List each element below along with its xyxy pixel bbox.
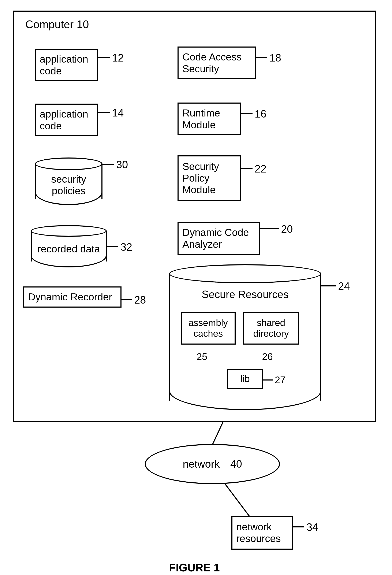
ref-30: 30 [116,159,128,171]
network-label: network [183,458,220,470]
lead-22 [241,168,253,169]
ref-16: 16 [255,108,266,120]
ref-14: 14 [112,107,124,119]
code-access-security-box: Code Access Security [178,47,256,79]
ref-24: 24 [338,280,350,292]
ref-25: 25 [197,351,207,362]
network-ellipse: network 40 [145,444,280,484]
lead-12 [98,57,110,58]
lead-24 [321,285,336,287]
connector-computer-network [211,421,224,446]
application-code-14-box: application code [35,104,98,136]
ref-34: 34 [306,521,318,533]
lead-27 [263,380,273,381]
lead-18 [256,57,267,58]
assembly-caches-box: assembly caches [181,312,236,345]
recorded-data-cylinder: recorded data [31,225,107,267]
ref-18: 18 [269,52,281,64]
ref-12: 12 [112,52,124,64]
computer-title: Computer 10 [25,18,89,31]
ref-26: 26 [262,351,273,362]
computer-frame: Computer 10 application code 12 applicat… [13,11,376,422]
security-policies-label: security policies [35,173,102,197]
diagram-page: Computer 10 application code 12 applicat… [0,0,392,575]
connector-network-resources [224,483,252,519]
security-policy-module-box: Security Policy Module [178,155,241,201]
lead-20 [260,228,279,229]
figure-caption: FIGURE 1 [169,561,220,574]
network-resources-box: network resources [231,516,293,550]
lib-box: lib [227,369,263,389]
runtime-module-box: Runtime Module [178,102,241,135]
lead-34 [293,526,304,527]
ref-27: 27 [275,374,285,385]
dynamic-recorder-box: Dynamic Recorder [23,287,121,308]
ref-20: 20 [281,223,293,235]
lead-30 [102,164,114,165]
ref-22: 22 [255,163,266,175]
lead-14 [98,112,110,113]
dynamic-code-analyzer-box: Dynamic Code Analyzer [178,222,260,255]
lead-32 [107,246,118,247]
recorded-data-label: recorded data [31,243,107,255]
shared-directory-box: shared directory [243,312,299,345]
lead-28 [121,299,132,300]
secure-resources-title: Secure Resources [169,288,321,301]
ref-40: 40 [230,458,242,470]
secure-resources-cylinder: Secure Resources assembly caches shared … [169,264,321,410]
lead-16 [241,113,253,114]
security-policies-cylinder: security policies [35,158,102,205]
ref-32: 32 [120,241,132,253]
application-code-12-box: application code [35,49,98,81]
ref-28: 28 [134,294,146,306]
